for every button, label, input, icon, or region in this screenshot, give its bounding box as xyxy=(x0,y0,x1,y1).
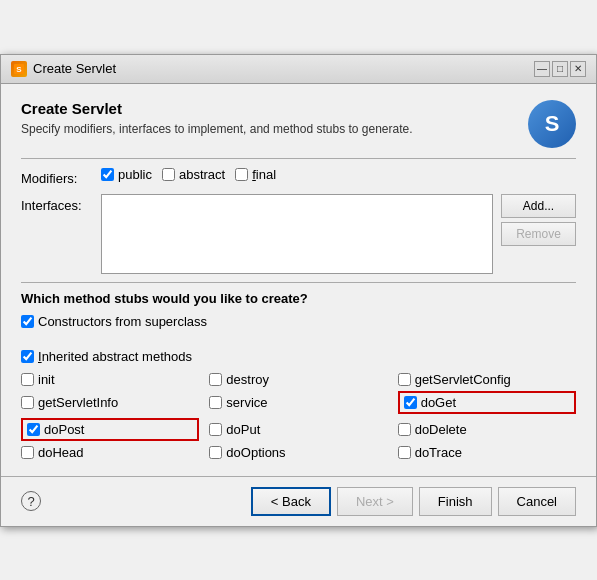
method-getServletInfo[interactable]: getServletInfo xyxy=(21,391,199,414)
method-doOptions-checkbox[interactable] xyxy=(209,446,222,459)
method-getServletConfig-checkbox[interactable] xyxy=(398,373,411,386)
header-divider xyxy=(21,158,576,159)
method-doDelete-checkbox[interactable] xyxy=(398,423,411,436)
interfaces-listbox[interactable] xyxy=(101,194,493,274)
page-header-text: Create Servlet Specify modifiers, interf… xyxy=(21,100,518,138)
navigation-buttons: < Back Next > Finish Cancel xyxy=(251,487,576,516)
finish-button[interactable]: Finish xyxy=(419,487,492,516)
page-description: Specify modifiers, interfaces to impleme… xyxy=(21,121,518,138)
method-doPut-checkbox[interactable] xyxy=(209,423,222,436)
inherited-checkbox-item[interactable]: Inherited abstract methods xyxy=(21,349,576,364)
method-doTrace[interactable]: doTrace xyxy=(398,445,576,460)
dialog-icon: S xyxy=(11,61,27,77)
interfaces-label: Interfaces: xyxy=(21,194,101,213)
title-bar-controls: — □ ✕ xyxy=(534,61,586,77)
title-bar-left: S Create Servlet xyxy=(11,61,116,77)
method-doGet-checkbox[interactable] xyxy=(404,396,417,409)
modifiers-options: public abstract final xyxy=(101,167,576,182)
modifier-final[interactable]: final xyxy=(235,167,276,182)
method-doPut[interactable]: doPut xyxy=(209,418,387,441)
method-doDelete-label: doDelete xyxy=(415,422,467,437)
interfaces-row: Interfaces: Add... Remove xyxy=(21,194,576,274)
wizard-icon: S xyxy=(528,100,576,148)
interfaces-area: Add... Remove xyxy=(101,194,576,274)
modifier-abstract[interactable]: abstract xyxy=(162,167,225,182)
inherited-checkbox[interactable] xyxy=(21,350,34,363)
method-doOptions-label: doOptions xyxy=(226,445,285,460)
method-stubs-grid: init destroy getServletConfig getServlet… xyxy=(21,372,576,460)
method-getServletConfig-label: getServletConfig xyxy=(415,372,511,387)
maximize-button[interactable]: □ xyxy=(552,61,568,77)
method-doPost[interactable]: doPost xyxy=(21,418,199,441)
method-service-checkbox[interactable] xyxy=(209,396,222,409)
method-doPost-checkbox[interactable] xyxy=(27,423,40,436)
method-service[interactable]: service xyxy=(209,391,387,414)
method-doPut-label: doPut xyxy=(226,422,260,437)
bottom-bar: ? < Back Next > Finish Cancel xyxy=(1,476,596,526)
modifiers-row: Modifiers: public abstract final xyxy=(21,167,576,186)
constructors-checkbox[interactable] xyxy=(21,315,34,328)
inherited-label: Inherited abstract methods xyxy=(38,349,192,364)
method-destroy-checkbox[interactable] xyxy=(209,373,222,386)
method-init-label: init xyxy=(38,372,55,387)
modifier-abstract-label: abstract xyxy=(179,167,225,182)
content-area: Create Servlet Specify modifiers, interf… xyxy=(1,84,596,476)
method-doPost-label: doPost xyxy=(44,422,84,437)
modifier-public-checkbox[interactable] xyxy=(101,168,114,181)
method-doTrace-checkbox[interactable] xyxy=(398,446,411,459)
help-button[interactable]: ? xyxy=(21,491,41,511)
method-doHead-label: doHead xyxy=(38,445,84,460)
remove-interface-button[interactable]: Remove xyxy=(501,222,576,246)
dialog: S Create Servlet — □ ✕ Create Servlet Sp… xyxy=(0,54,597,527)
modifier-abstract-checkbox[interactable] xyxy=(162,168,175,181)
method-destroy[interactable]: destroy xyxy=(209,372,387,387)
svg-text:S: S xyxy=(16,65,22,74)
page-header: Create Servlet Specify modifiers, interf… xyxy=(21,100,576,148)
method-init[interactable]: init xyxy=(21,372,199,387)
cancel-button[interactable]: Cancel xyxy=(498,487,576,516)
dialog-title: Create Servlet xyxy=(33,61,116,76)
constructors-checkbox-item[interactable]: Constructors from superclass xyxy=(21,314,576,329)
method-stubs-section: Which method stubs would you like to cre… xyxy=(21,291,576,460)
section-divider xyxy=(21,282,576,283)
method-doHead-checkbox[interactable] xyxy=(21,446,34,459)
page-title: Create Servlet xyxy=(21,100,518,117)
method-doHead[interactable]: doHead xyxy=(21,445,199,460)
method-doTrace-label: doTrace xyxy=(415,445,462,460)
modifier-final-label: final xyxy=(252,167,276,182)
method-destroy-label: destroy xyxy=(226,372,269,387)
interfaces-buttons: Add... Remove xyxy=(501,194,576,246)
method-stubs-title: Which method stubs would you like to cre… xyxy=(21,291,576,306)
method-getServletInfo-label: getServletInfo xyxy=(38,395,118,410)
title-bar: S Create Servlet — □ ✕ xyxy=(1,55,596,84)
modifiers-label: Modifiers: xyxy=(21,167,101,186)
close-button[interactable]: ✕ xyxy=(570,61,586,77)
method-doDelete[interactable]: doDelete xyxy=(398,418,576,441)
method-service-label: service xyxy=(226,395,267,410)
next-button[interactable]: Next > xyxy=(337,487,413,516)
modifier-public[interactable]: public xyxy=(101,167,152,182)
method-doOptions[interactable]: doOptions xyxy=(209,445,387,460)
modifier-final-checkbox[interactable] xyxy=(235,168,248,181)
modifier-public-label: public xyxy=(118,167,152,182)
minimize-button[interactable]: — xyxy=(534,61,550,77)
method-getServletInfo-checkbox[interactable] xyxy=(21,396,34,409)
method-doGet-label: doGet xyxy=(421,395,456,410)
back-button[interactable]: < Back xyxy=(251,487,331,516)
add-interface-button[interactable]: Add... xyxy=(501,194,576,218)
method-doGet[interactable]: doGet xyxy=(398,391,576,414)
constructors-label: Constructors from superclass xyxy=(38,314,207,329)
method-init-checkbox[interactable] xyxy=(21,373,34,386)
method-getServletConfig[interactable]: getServletConfig xyxy=(398,372,576,387)
